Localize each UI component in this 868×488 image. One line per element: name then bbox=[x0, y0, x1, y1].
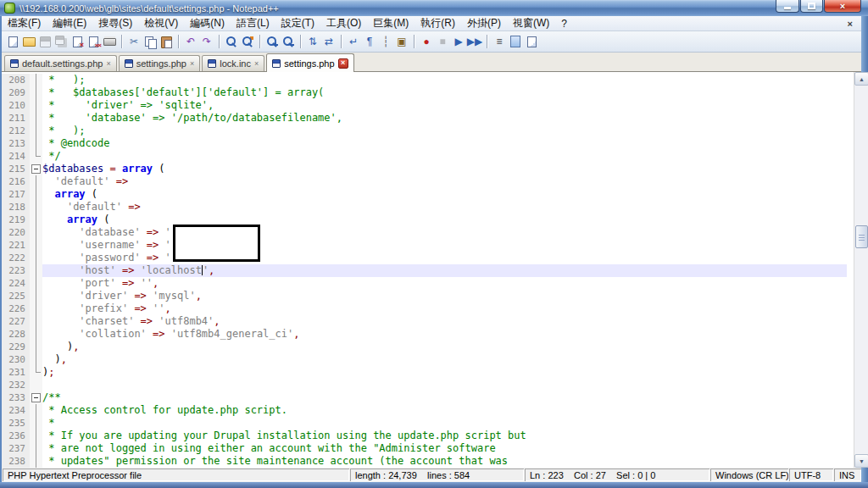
menu-item-5[interactable]: 語言(L) bbox=[231, 15, 275, 31]
code-text[interactable]: 'username' => ' bbox=[42, 239, 847, 252]
code-text[interactable]: * ); bbox=[42, 125, 847, 137]
code-line-227[interactable]: 227 'charset' => 'utf8mb4', bbox=[2, 315, 847, 328]
tab-lock.inc[interactable]: lock.inc× bbox=[202, 55, 264, 71]
close-file-button[interactable] bbox=[70, 35, 85, 49]
code-line-222[interactable]: 222 'password' => ' bbox=[2, 252, 847, 264]
open-file-button[interactable] bbox=[21, 35, 36, 49]
tab-close-icon[interactable]: × bbox=[106, 60, 110, 68]
function-list-button[interactable]: ≡ bbox=[492, 35, 507, 49]
scroll-down-icon[interactable]: ▼ bbox=[854, 454, 868, 468]
run-macro-multiple-button[interactable]: ▶▶ bbox=[467, 35, 482, 49]
menu-item-9[interactable]: 執行(R) bbox=[415, 15, 461, 31]
menu-item-7[interactable]: 工具(O) bbox=[320, 15, 367, 31]
code-text[interactable]: $databases = array ( bbox=[42, 163, 847, 175]
code-line-212[interactable]: 212 * ); bbox=[2, 125, 847, 137]
zoom-in-button[interactable] bbox=[264, 35, 280, 49]
code-text[interactable]: array ( bbox=[42, 188, 847, 201]
document-list-button[interactable] bbox=[524, 35, 539, 49]
code-text[interactable]: array ( bbox=[42, 214, 847, 226]
code-text[interactable]: 'default' => bbox=[42, 175, 847, 188]
tab-default.settings.php[interactable]: default.settings.php× bbox=[4, 55, 117, 71]
code-area[interactable]: 208 * );209 * $databases['default']['def… bbox=[2, 72, 847, 468]
fold-collapse-icon[interactable] bbox=[30, 391, 42, 404]
fold-collapse-icon[interactable] bbox=[30, 163, 42, 175]
menu-close-doc-icon[interactable]: × bbox=[839, 19, 861, 29]
code-line-233[interactable]: 233/** bbox=[2, 391, 847, 404]
tab-close-icon[interactable]: × bbox=[190, 60, 194, 68]
code-line-211[interactable]: 211 * 'database' => '/path/to/databasefi… bbox=[2, 112, 847, 125]
code-line-218[interactable]: 218 'default' => bbox=[2, 201, 847, 214]
menu-item-4[interactable]: 編碼(N) bbox=[184, 15, 231, 31]
code-line-210[interactable]: 210 * 'driver' => 'sqlite', bbox=[2, 99, 847, 112]
code-line-229[interactable]: 229 ), bbox=[2, 341, 847, 353]
code-line-228[interactable]: 228 'collation' => 'utf8mb4_general_ci', bbox=[2, 328, 847, 341]
menu-item-1[interactable]: 編輯(E) bbox=[47, 15, 92, 31]
code-line-236[interactable]: 236 * If you are updating your Drupal in… bbox=[2, 430, 847, 442]
editor[interactable]: 208 * );209 * $databases['default']['def… bbox=[2, 72, 847, 468]
code-text[interactable]: * ); bbox=[42, 74, 847, 86]
code-text[interactable]: * are not logged in using either an acco… bbox=[42, 442, 847, 455]
code-text[interactable]: * updates" permission or the site mainte… bbox=[42, 455, 847, 468]
code-line-215[interactable]: 215$databases = array ( bbox=[2, 163, 847, 175]
code-line-235[interactable]: 235 * bbox=[2, 417, 847, 430]
code-text[interactable]: * @endcode bbox=[42, 137, 847, 150]
zoom-out-button[interactable] bbox=[281, 35, 296, 49]
code-line-238[interactable]: 238 * updates" permission or the site ma… bbox=[2, 455, 847, 468]
code-text[interactable]: ), bbox=[42, 341, 847, 353]
code-text[interactable]: * Access control for update.php script. bbox=[42, 404, 847, 417]
menu-item-2[interactable]: 搜尋(S) bbox=[92, 15, 138, 31]
word-wrap-button[interactable]: ↵ bbox=[346, 35, 361, 49]
indent-guide-button[interactable]: ┆ bbox=[378, 35, 393, 49]
menu-item-11[interactable]: 視窗(W) bbox=[507, 15, 555, 31]
code-text[interactable]: 'charset' => 'utf8mb4', bbox=[42, 315, 847, 328]
cut-button[interactable]: ✂ bbox=[126, 35, 142, 49]
status-encoding[interactable]: UTF-8 bbox=[789, 469, 833, 481]
code-line-217[interactable]: 217 array ( bbox=[2, 188, 847, 201]
vertical-scrollbar[interactable]: ▲ ▼ bbox=[854, 72, 868, 468]
code-text[interactable]: * bbox=[42, 417, 847, 430]
code-text[interactable]: 'driver' => 'mysql', bbox=[42, 290, 847, 302]
code-line-234[interactable]: 234 * Access control for update.php scri… bbox=[2, 404, 847, 417]
scroll-up-icon[interactable]: ▲ bbox=[854, 72, 868, 86]
code-text[interactable]: * $databases['default']['default'] = arr… bbox=[42, 86, 847, 99]
record-macro-button[interactable]: ● bbox=[419, 35, 434, 49]
menu-item-12[interactable]: ? bbox=[555, 17, 573, 30]
tab-close-icon[interactable]: × bbox=[254, 60, 259, 68]
play-macro-button[interactable]: ▶ bbox=[451, 35, 466, 49]
minimize-button[interactable] bbox=[776, 0, 799, 13]
code-line-208[interactable]: 208 * ); bbox=[2, 74, 847, 86]
close-button[interactable]: × bbox=[824, 0, 861, 13]
code-line-223[interactable]: 223 'host' => 'localhost', bbox=[2, 264, 847, 277]
code-line-214[interactable]: 214 */ bbox=[2, 150, 847, 163]
code-line-220[interactable]: 220 'database' => ' bbox=[2, 226, 847, 239]
code-line-226[interactable]: 226 'prefix' => '', bbox=[2, 302, 847, 315]
status-eol-format[interactable]: Windows (CR LF) bbox=[710, 469, 788, 481]
code-text[interactable]: * 'database' => '/path/to/databasefilena… bbox=[42, 112, 847, 125]
code-line-221[interactable]: 221 'username' => ' bbox=[2, 239, 847, 252]
find-button[interactable] bbox=[224, 35, 239, 49]
save-all-button[interactable] bbox=[53, 35, 69, 49]
code-text[interactable]: * 'driver' => 'sqlite', bbox=[42, 99, 847, 112]
print-button[interactable] bbox=[102, 35, 117, 49]
sync-horizontal-button[interactable]: ⇄ bbox=[321, 35, 337, 49]
code-text[interactable]: 'database' => ' bbox=[42, 226, 847, 239]
scrollbar-thumb[interactable] bbox=[855, 225, 868, 248]
code-text[interactable]: ), bbox=[42, 353, 847, 366]
code-text[interactable]: /** bbox=[42, 391, 847, 404]
code-text[interactable]: 'password' => ' bbox=[42, 252, 847, 264]
code-line-216[interactable]: 216 'default' => bbox=[2, 175, 847, 188]
redo-button[interactable]: ↷ bbox=[199, 35, 214, 49]
sync-vertical-button[interactable]: ⇅ bbox=[305, 35, 320, 49]
menu-item-0[interactable]: 檔案(F) bbox=[2, 15, 47, 31]
new-file-button[interactable] bbox=[5, 35, 20, 49]
code-line-219[interactable]: 219 array ( bbox=[2, 214, 847, 226]
code-text[interactable]: 'prefix' => '', bbox=[42, 302, 847, 315]
save-file-button[interactable] bbox=[37, 35, 53, 49]
code-line-232[interactable]: 232 bbox=[2, 379, 847, 391]
code-line-213[interactable]: 213 * @endcode bbox=[2, 137, 847, 150]
code-line-209[interactable]: 209 * $databases['default']['default'] =… bbox=[2, 86, 847, 99]
code-text[interactable]: ); bbox=[42, 366, 847, 379]
menu-item-10[interactable]: 外掛(P) bbox=[461, 15, 507, 31]
code-line-225[interactable]: 225 'driver' => 'mysql', bbox=[2, 290, 847, 302]
copy-button[interactable] bbox=[142, 35, 158, 49]
